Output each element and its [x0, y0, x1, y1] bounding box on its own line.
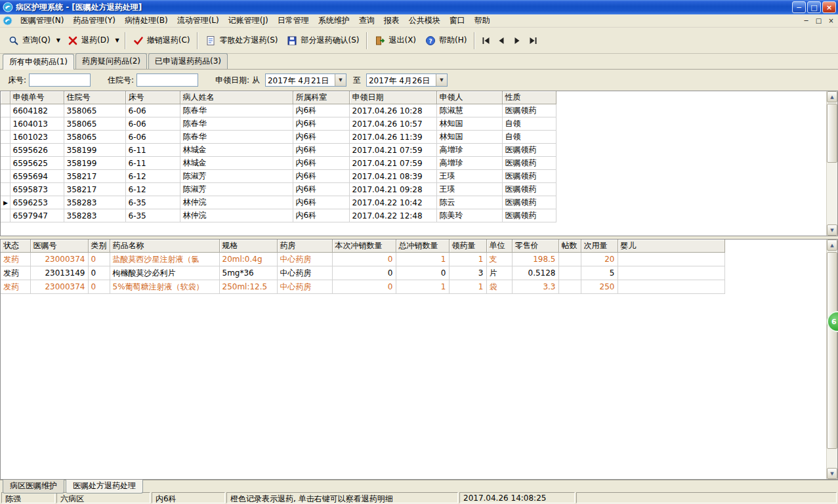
table-cell[interactable]: 1 — [449, 253, 486, 266]
table-row[interactable]: 发药230003740盐酸莫西沙星注射液（氯20ml:0.4g中心药房011支1… — [1, 253, 724, 266]
scroll-down-icon[interactable]: ▼ — [827, 468, 837, 479]
table-cell[interactable]: 6-11 — [125, 144, 180, 157]
table-cell[interactable] — [558, 253, 581, 266]
column-header[interactable]: 婴儿 — [618, 240, 724, 253]
column-header[interactable]: 申领单号 — [10, 91, 64, 104]
column-header[interactable]: 药房 — [277, 240, 332, 253]
table-cell[interactable]: 2017.04.21 08:39 — [349, 170, 436, 183]
minimize-button[interactable]: ─ — [792, 1, 806, 13]
table-cell[interactable]: 0 — [332, 280, 396, 294]
table-row[interactable]: 发药230131490枸橼酸莫沙必利片5mg*36中心药房003片0.51285 — [1, 266, 724, 280]
table-cell[interactable]: 陈淑芳 — [180, 183, 293, 196]
menu-item-report[interactable]: 报表 — [379, 14, 404, 28]
menu-item-maintenance[interactable]: 系统维护 — [314, 14, 354, 28]
scattered-prescription-button[interactable]: 零散处方退药(S) — [201, 32, 282, 49]
table-cell[interactable]: 6596253 — [10, 196, 64, 209]
table-cell[interactable]: 高增珍 — [436, 157, 502, 170]
menu-item-condition[interactable]: 病情处理(B) — [120, 14, 173, 28]
table-cell[interactable]: 中心药房 — [277, 266, 332, 280]
column-header[interactable]: 申领日期 — [349, 91, 436, 104]
table-cell[interactable]: 358217 — [64, 183, 125, 196]
table-cell[interactable]: 王瑛 — [436, 170, 502, 183]
column-header[interactable]: 病人姓名 — [180, 91, 293, 104]
table-cell[interactable]: 陈春华 — [180, 131, 293, 144]
column-header[interactable]: 零售价 — [512, 240, 558, 253]
table-cell[interactable]: 358283 — [64, 209, 125, 222]
table-cell[interactable]: 358199 — [64, 157, 125, 170]
table-cell[interactable]: 2017.04.26 10:28 — [349, 104, 436, 117]
table-cell[interactable]: 陈淑芳 — [180, 170, 293, 183]
table-cell[interactable]: 2017.04.21 07:59 — [349, 144, 436, 157]
last-record-button[interactable] — [525, 32, 541, 49]
table-cell[interactable]: 陈春华 — [180, 117, 293, 131]
table-cell[interactable]: 陈美玲 — [436, 209, 502, 222]
table-cell[interactable]: 23000374 — [30, 280, 88, 294]
scrollbar-thumb[interactable] — [827, 252, 837, 449]
child-close-button[interactable]: × — [826, 16, 837, 26]
tab-all-requested-drugs[interactable]: 所有申领药品(1) — [3, 54, 74, 70]
table-cell[interactable]: 内6科 — [293, 196, 349, 209]
table-cell[interactable]: 358283 — [64, 196, 125, 209]
table-cell[interactable]: 20 — [581, 253, 618, 266]
bed-number-input[interactable] — [29, 74, 91, 87]
table-cell[interactable]: 自领 — [502, 117, 556, 131]
tab-pharmacy-question-drugs[interactable]: 药房疑问药品(2) — [75, 53, 147, 69]
table-cell[interactable]: 医嘱领药 — [502, 104, 556, 117]
table-cell[interactable]: 中心药房 — [277, 280, 332, 294]
column-header[interactable]: 领药量 — [449, 240, 486, 253]
table-cell[interactable]: 6-06 — [125, 104, 180, 117]
scrollbar-track[interactable] — [827, 251, 837, 468]
table-cell[interactable]: 6-06 — [125, 131, 180, 144]
table-row[interactable]: ▶65962533582836-35林仲浣内6科2017.04.22 10:42… — [1, 196, 556, 209]
restore-button[interactable]: □ — [807, 1, 821, 13]
table-cell[interactable]: 陈云 — [436, 196, 502, 209]
table-cell[interactable]: 高增珍 — [436, 144, 502, 157]
scrollbar-thumb[interactable] — [827, 104, 837, 163]
tab-order-prescription-return[interactable]: 医嘱处方退药处理 — [66, 480, 143, 494]
column-header[interactable]: 本次冲销数量 — [332, 240, 396, 253]
table-cell[interactable]: 林仲浣 — [180, 196, 293, 209]
table-cell[interactable]: 0 — [332, 253, 396, 266]
column-header[interactable]: 申领人 — [436, 91, 502, 104]
menu-item-billing[interactable]: 记账管理(J) — [224, 14, 273, 28]
table-row[interactable]: 65979473582836-35林仲浣内6科2017.04.22 12:48陈… — [1, 209, 556, 222]
table-cell[interactable]: 2017.04.22 12:48 — [349, 209, 436, 222]
column-header[interactable]: 次用量 — [581, 240, 618, 253]
table-cell[interactable]: 23000374 — [30, 253, 88, 266]
table-cell[interactable]: 2017.04.26 11:39 — [349, 131, 436, 144]
table-cell[interactable]: 内6科 — [293, 170, 349, 183]
date-to-picker[interactable]: 2017年 4月26日 ▼ — [366, 74, 448, 87]
table-cell[interactable]: 袋 — [486, 280, 512, 294]
table-cell[interactable]: 内6科 — [293, 157, 349, 170]
close-button[interactable]: × — [822, 1, 836, 13]
table-cell[interactable]: 6595694 — [10, 170, 64, 183]
chevron-down-icon[interactable]: ▼ — [436, 74, 447, 86]
table-cell[interactable]: 358065 — [64, 131, 125, 144]
table-cell[interactable]: 枸橼酸莫沙必利片 — [110, 266, 219, 280]
column-header[interactable]: 状态 — [1, 240, 30, 253]
table-cell[interactable] — [618, 266, 724, 280]
column-header[interactable]: 所属科室 — [293, 91, 349, 104]
table-cell[interactable]: 20ml:0.4g — [219, 253, 277, 266]
table-cell[interactable]: 1601023 — [10, 131, 64, 144]
table-cell[interactable]: 发药 — [1, 253, 30, 266]
child-restore-button[interactable]: □ — [813, 16, 824, 26]
table-cell[interactable]: 6595625 — [10, 157, 64, 170]
table-cell[interactable]: 0 — [396, 266, 449, 280]
table-cell[interactable]: 6604182 — [10, 104, 64, 117]
table-row[interactable]: 65956253581996-11林城金内6科2017.04.21 07:59高… — [1, 157, 556, 170]
table-cell[interactable]: 片 — [486, 266, 512, 280]
table-row[interactable]: 65956943582176-12陈淑芳内6科2017.04.21 08:39王… — [1, 170, 556, 183]
column-header[interactable]: 规格 — [219, 240, 277, 253]
child-minimize-button[interactable]: ─ — [801, 16, 812, 26]
table-cell[interactable]: 3.3 — [512, 280, 558, 294]
table-cell[interactable]: 林仲浣 — [180, 209, 293, 222]
first-record-button[interactable] — [478, 32, 493, 49]
table-cell[interactable]: 5 — [581, 266, 618, 280]
table-row[interactable]: 16040133580656-06陈春华内6科2017.04.26 10:57林… — [1, 117, 556, 131]
table-cell[interactable]: 内6科 — [293, 183, 349, 196]
table-cell[interactable]: 358065 — [64, 117, 125, 131]
table-cell[interactable]: 林城金 — [180, 144, 293, 157]
table-cell[interactable]: 3 — [449, 266, 486, 280]
table-cell[interactable]: 2017.04.26 10:57 — [349, 117, 436, 131]
